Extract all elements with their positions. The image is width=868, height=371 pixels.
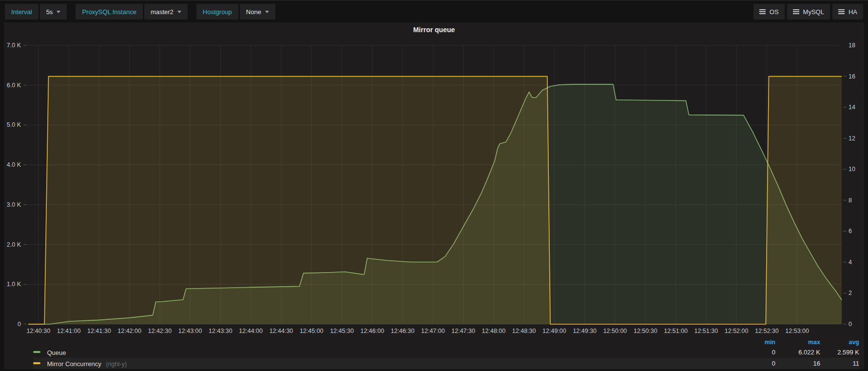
svg-text:12:50:30: 12:50:30 — [634, 328, 657, 334]
stat-min: 0 — [731, 360, 775, 367]
svg-text:3.0 K: 3.0 K — [7, 201, 21, 208]
svg-text:12:48:00: 12:48:00 — [482, 328, 506, 334]
svg-text:2: 2 — [849, 290, 852, 296]
menu-button-mysql[interactable]: MySQL — [787, 4, 830, 20]
variable-value-interval[interactable]: 5s — [40, 4, 67, 20]
caret-down-icon — [265, 11, 269, 13]
svg-text:6: 6 — [849, 228, 852, 234]
svg-text:12:46:30: 12:46:30 — [391, 328, 415, 334]
legend-header-max: max — [775, 339, 820, 346]
panel-title[interactable]: Mirror queue — [4, 22, 864, 37]
svg-text:8: 8 — [849, 197, 852, 204]
stat-min: 0 — [731, 349, 775, 356]
svg-text:4.0 K: 4.0 K — [7, 161, 21, 168]
variable-label-hostgroup: Hostgroup — [196, 4, 238, 20]
svg-text:12:44:00: 12:44:00 — [239, 328, 263, 334]
svg-text:12:53:00: 12:53:00 — [785, 328, 809, 334]
variable-label-interval: Interval — [5, 4, 39, 20]
caret-down-icon — [177, 11, 181, 13]
menu-list-icon — [793, 11, 799, 12]
svg-text:12:48:30: 12:48:30 — [512, 328, 536, 334]
variable-group-proxysql-instance: ProxySQL Instance master2 — [76, 4, 187, 20]
legend-label-queue[interactable]: Queue — [47, 349, 66, 356]
legend-header-min: min — [731, 339, 775, 346]
svg-text:12:42:00: 12:42:00 — [117, 328, 141, 334]
stat-avg: 2.599 K — [820, 349, 859, 356]
svg-text:12:50:00: 12:50:00 — [603, 328, 627, 334]
svg-text:12:42:30: 12:42:30 — [148, 328, 172, 334]
legend-label-mirror-concurrency[interactable]: Mirror Concurrency — [47, 360, 101, 368]
svg-text:0: 0 — [18, 321, 21, 328]
svg-text:12:43:30: 12:43:30 — [209, 328, 232, 334]
svg-text:14: 14 — [849, 104, 855, 111]
svg-text:12:46:00: 12:46:00 — [360, 328, 384, 334]
stat-max: 6.022 K — [775, 349, 820, 356]
variable-group-interval: Interval 5s — [5, 4, 67, 20]
svg-text:2.0 K: 2.0 K — [7, 241, 21, 248]
svg-text:7.0 K: 7.0 K — [7, 42, 21, 49]
svg-text:12:49:00: 12:49:00 — [542, 328, 566, 334]
legend-suffix: (right-y) — [106, 361, 127, 368]
svg-text:0: 0 — [849, 321, 852, 328]
legend-row-mirror-concurrency: Mirror Concurrency (right-y) 0 16 11 — [33, 358, 859, 369]
svg-text:12:52:30: 12:52:30 — [755, 328, 779, 334]
caret-down-icon — [57, 11, 60, 13]
menu-button-ha[interactable]: HA — [832, 4, 863, 20]
svg-text:12:51:00: 12:51:00 — [664, 328, 688, 334]
svg-text:12:52:00: 12:52:00 — [725, 328, 749, 334]
legend: min max avg Queue 0 6.022 K 2.599 K Mirr… — [4, 337, 864, 369]
svg-text:12: 12 — [849, 135, 855, 142]
dashboard-submenu-bar: Interval 5s ProxySQL Instance master2 Ho… — [0, 0, 868, 23]
stat-avg: 11 — [820, 360, 859, 367]
svg-text:6.0 K: 6.0 K — [7, 82, 21, 89]
svg-text:12:47:30: 12:47:30 — [451, 328, 475, 334]
menu-button-os[interactable]: OS — [753, 4, 785, 20]
svg-text:16: 16 — [849, 73, 855, 80]
menu-list-icon — [759, 11, 766, 12]
legend-header-row: min max avg — [33, 338, 859, 347]
svg-text:4: 4 — [849, 259, 852, 266]
svg-text:12:43:00: 12:43:00 — [178, 328, 202, 334]
series-color-icon — [33, 362, 40, 364]
legend-row-queue: Queue 0 6.022 K 2.599 K — [33, 347, 859, 358]
svg-text:18: 18 — [849, 42, 855, 49]
svg-text:12:51:30: 12:51:30 — [694, 328, 718, 334]
series-color-icon — [33, 351, 40, 353]
svg-text:12:49:30: 12:49:30 — [573, 328, 597, 334]
svg-text:12:45:30: 12:45:30 — [330, 328, 354, 334]
svg-text:12:45:00: 12:45:00 — [300, 328, 324, 334]
svg-text:12:41:30: 12:41:30 — [87, 328, 111, 334]
panel-mirror-queue: Mirror queue 12:40:3012:41:0012:41:3012:… — [4, 22, 864, 369]
variable-value-proxysql-instance[interactable]: master2 — [144, 4, 188, 20]
variable-value-hostgroup[interactable]: None — [240, 4, 275, 20]
svg-text:12:41:00: 12:41:00 — [57, 328, 81, 334]
stat-max: 16 — [775, 360, 820, 367]
variable-label-proxysql-instance: ProxySQL Instance — [76, 4, 143, 20]
svg-text:12:47:00: 12:47:00 — [421, 328, 445, 334]
svg-text:10: 10 — [849, 166, 855, 173]
svg-text:5.0 K: 5.0 K — [7, 121, 21, 128]
dashboard-link-menus: OS MySQL HA — [753, 4, 863, 20]
chart-plot[interactable]: 12:40:3012:41:0012:41:3012:42:0012:42:30… — [4, 37, 864, 337]
svg-text:1.0 K: 1.0 K — [7, 281, 21, 288]
svg-text:12:40:30: 12:40:30 — [26, 328, 50, 334]
svg-text:12:44:30: 12:44:30 — [270, 328, 293, 334]
menu-list-icon — [838, 11, 845, 12]
legend-header-avg: avg — [820, 339, 859, 346]
variable-group-hostgroup: Hostgroup None — [196, 4, 275, 20]
